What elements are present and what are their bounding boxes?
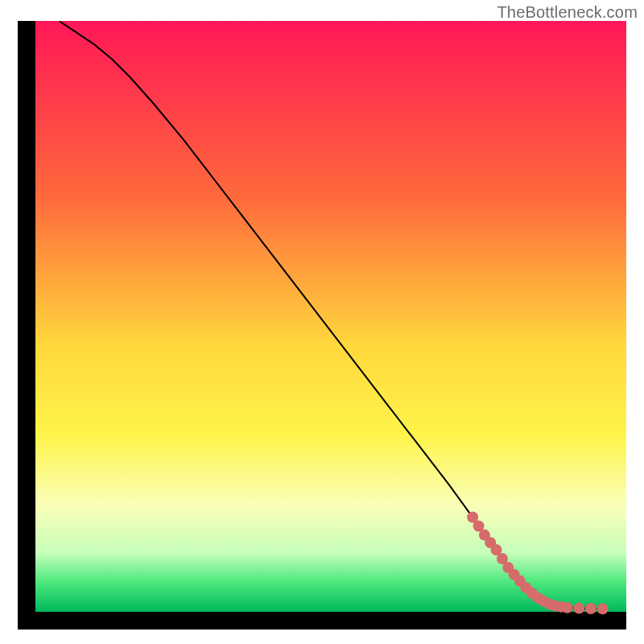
plot-gradient-area bbox=[35, 21, 626, 612]
highlight-marker bbox=[585, 603, 597, 614]
highlight-marker bbox=[597, 603, 609, 614]
attribution-text: TheBottleneck.com bbox=[497, 3, 638, 22]
highlight-marker bbox=[562, 602, 573, 613]
highlight-marker bbox=[573, 603, 584, 614]
chart-frame bbox=[18, 21, 626, 630]
chart-svg bbox=[18, 21, 626, 630]
